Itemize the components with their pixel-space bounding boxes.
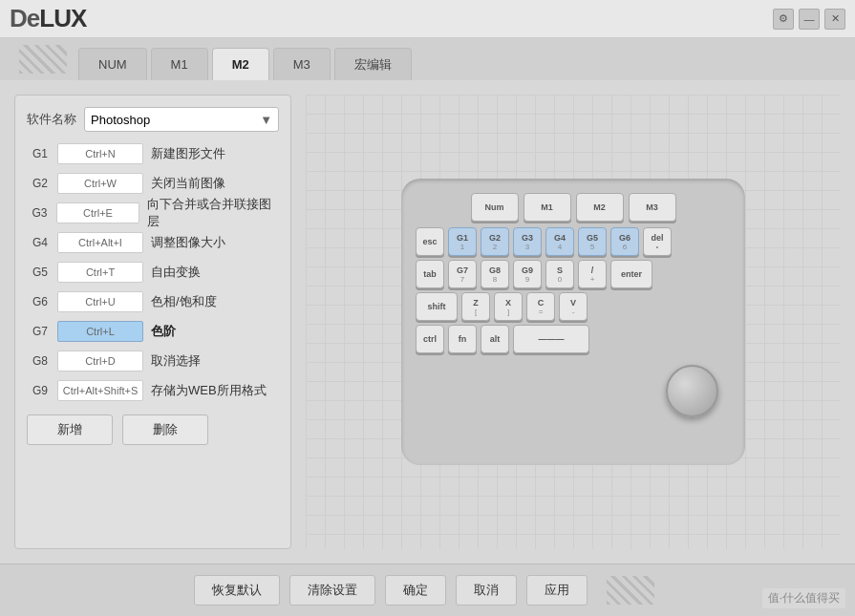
add-button[interactable]: 新增 bbox=[27, 414, 113, 445]
keyboard-row-2: tab G77 G88 G99 S0 /+ enter bbox=[416, 260, 731, 288]
key-tab[interactable]: tab bbox=[416, 260, 444, 288]
key-slash[interactable]: /+ bbox=[578, 260, 607, 288]
key-g4[interactable]: G44 bbox=[545, 227, 574, 256]
keyboard: Num M1 M2 M3 esc G11 G22 G33 G44 G55 G66… bbox=[401, 179, 745, 465]
key-g4-sub: 4 bbox=[558, 243, 562, 251]
shortcut-g5[interactable]: Ctrl+T bbox=[57, 262, 143, 283]
key-g6-sub: 6 bbox=[623, 243, 627, 251]
keyboard-row-3: shift Z[ X] C= V- bbox=[416, 292, 731, 321]
key-num[interactable]: Num bbox=[471, 193, 519, 222]
dropdown-arrow-icon: ▼ bbox=[260, 113, 272, 127]
key-g4-top: G4 bbox=[554, 233, 566, 243]
tab-bar: NUM M1 M2 M3 宏编辑 bbox=[0, 38, 855, 80]
key-delete[interactable]: del• bbox=[643, 227, 672, 256]
key-num-label: Num bbox=[485, 202, 504, 212]
key-shift-label: shift bbox=[428, 302, 446, 311]
key-g3[interactable]: G33 bbox=[513, 227, 542, 256]
key-v[interactable]: V- bbox=[559, 292, 588, 321]
key-esc[interactable]: esc bbox=[416, 227, 444, 256]
keyboard-row-1: esc G11 G22 G33 G44 G55 G66 del• bbox=[416, 227, 731, 256]
shortcut-g9[interactable]: Ctrl+Alt+Shift+S bbox=[57, 380, 143, 401]
tab-m2[interactable]: M2 bbox=[212, 48, 269, 80]
key-row-g5: G5 Ctrl+T 自由变换 bbox=[27, 260, 279, 285]
shortcut-g2[interactable]: Ctrl+W bbox=[57, 173, 143, 194]
dial-knob[interactable] bbox=[666, 365, 718, 417]
shortcut-g3[interactable]: Ctrl+E bbox=[56, 202, 139, 223]
software-select[interactable]: Photoshop ▼ bbox=[84, 107, 279, 132]
key-row-g7: G7 Ctrl+L 色阶 bbox=[27, 319, 279, 344]
desc-g2: 关闭当前图像 bbox=[151, 175, 225, 192]
clear-settings-button[interactable]: 清除设置 bbox=[289, 575, 375, 605]
key-enter[interactable]: enter bbox=[610, 260, 652, 288]
key-row-g6: G6 Ctrl+U 色相/饱和度 bbox=[27, 289, 279, 314]
key-x[interactable]: X] bbox=[494, 292, 523, 321]
key-shift[interactable]: shift bbox=[416, 292, 458, 321]
tab-m3[interactable]: M3 bbox=[273, 48, 331, 80]
shortcut-g7[interactable]: Ctrl+L bbox=[57, 321, 143, 342]
key-z[interactable]: Z[ bbox=[461, 292, 490, 321]
key-g8[interactable]: G88 bbox=[481, 260, 509, 288]
keyboard-num-row: Num M1 M2 M3 bbox=[416, 193, 731, 222]
shortcut-g8[interactable]: Ctrl+D bbox=[57, 350, 143, 372]
key-c[interactable]: C= bbox=[526, 292, 555, 321]
minimize-button[interactable]: — bbox=[799, 9, 820, 30]
key-fn[interactable]: fn bbox=[448, 325, 477, 353]
key-g9-sub: 9 bbox=[525, 275, 529, 284]
key-row-g4: G4 Ctrl+Alt+I 调整图像大小 bbox=[27, 230, 279, 255]
shortcut-g6[interactable]: Ctrl+U bbox=[57, 291, 143, 312]
shortcut-g4[interactable]: Ctrl+Alt+I bbox=[57, 232, 143, 253]
delete-button[interactable]: 删除 bbox=[122, 414, 208, 445]
key-g9[interactable]: G99 bbox=[513, 260, 542, 288]
key-s-sub: 0 bbox=[558, 275, 562, 284]
settings-button[interactable]: ⚙ bbox=[773, 9, 794, 30]
shortcut-g1[interactable]: Ctrl+N bbox=[57, 143, 143, 164]
key-g2[interactable]: G22 bbox=[481, 227, 509, 256]
tab-stripe-left bbox=[19, 45, 67, 74]
key-ctrl[interactable]: ctrl bbox=[416, 325, 444, 353]
key-id-g5: G5 bbox=[27, 266, 53, 279]
key-m2-num[interactable]: M2 bbox=[576, 193, 624, 222]
key-z-sub: [ bbox=[475, 308, 477, 316]
key-m3-num-label: M3 bbox=[646, 202, 658, 212]
key-g3-top: G3 bbox=[522, 233, 533, 243]
desc-g3: 向下合并或合并联接图层 bbox=[147, 196, 279, 230]
tab-macro[interactable]: 宏编辑 bbox=[334, 48, 412, 80]
action-buttons: 新增 删除 bbox=[27, 414, 279, 445]
key-m3-num[interactable]: M3 bbox=[629, 193, 676, 222]
key-g5[interactable]: G55 bbox=[578, 227, 607, 256]
key-delete-label: del bbox=[651, 233, 663, 243]
confirm-button[interactable]: 确定 bbox=[385, 575, 446, 605]
logo-lux: LUX bbox=[39, 4, 86, 32]
key-id-g7: G7 bbox=[27, 325, 53, 338]
cancel-button[interactable]: 取消 bbox=[456, 575, 517, 605]
key-g6[interactable]: G66 bbox=[610, 227, 639, 256]
tab-num[interactable]: NUM bbox=[78, 48, 147, 80]
key-x-top: X bbox=[505, 298, 511, 308]
key-alt[interactable]: alt bbox=[481, 325, 509, 353]
key-ctrl-label: ctrl bbox=[423, 334, 437, 344]
key-m2-num-label: M2 bbox=[593, 202, 606, 212]
desc-g9: 存储为WEB所用格式 bbox=[151, 382, 267, 399]
key-m1-num[interactable]: M1 bbox=[524, 193, 571, 222]
key-g1[interactable]: G11 bbox=[448, 227, 477, 256]
key-g5-top: G5 bbox=[587, 233, 598, 243]
key-v-sub: - bbox=[572, 308, 575, 316]
desc-g5: 自由变换 bbox=[151, 264, 201, 281]
key-s[interactable]: S0 bbox=[545, 260, 574, 288]
key-space-label: ——— bbox=[539, 334, 565, 344]
key-id-g6: G6 bbox=[27, 295, 53, 308]
right-panel: Num M1 M2 M3 esc G11 G22 G33 G44 G55 G66… bbox=[306, 95, 841, 549]
apply-button[interactable]: 应用 bbox=[526, 575, 588, 605]
tab-m1[interactable]: M1 bbox=[151, 48, 208, 80]
key-id-g4: G4 bbox=[27, 236, 53, 249]
key-tab-label: tab bbox=[423, 269, 437, 279]
close-button[interactable]: ✕ bbox=[824, 9, 845, 30]
main-content: 软件名称 Photoshop ▼ G1 Ctrl+N 新建图形文件 G2 Ctr… bbox=[0, 80, 855, 563]
software-name: Photoshop bbox=[91, 113, 150, 127]
key-v-top: V bbox=[570, 298, 576, 308]
key-g8-top: G8 bbox=[489, 266, 501, 275]
restore-default-button[interactable]: 恢复默认 bbox=[194, 575, 280, 605]
key-space[interactable]: ——— bbox=[513, 325, 589, 353]
key-g7[interactable]: G77 bbox=[448, 260, 477, 288]
title-bar: DeLUX ⚙ — ✕ bbox=[0, 0, 855, 38]
